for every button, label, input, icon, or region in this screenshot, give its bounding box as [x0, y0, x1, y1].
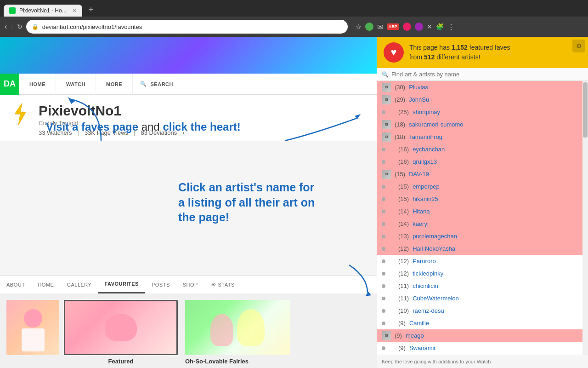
artist-name[interactable]: Hitana	[413, 208, 430, 215]
mail-icon[interactable]: ✉	[377, 23, 383, 31]
gallery-item-fairies[interactable]: Oh-So-Lovable Fairies	[185, 300, 290, 365]
scrollbar-thumb[interactable]	[583, 82, 588, 138]
artist-item[interactable]: 🖼(9) meago	[377, 329, 588, 342]
artist-rank: (12)	[398, 258, 409, 264]
artist-bullet	[382, 346, 385, 350]
artist-name[interactable]: emperpep	[413, 183, 440, 190]
menu-icon[interactable]: ⋮	[447, 23, 455, 31]
reload-button[interactable]: ↻	[17, 23, 23, 30]
artist-item[interactable]: 🖼(18) sakuramori-sumomo	[377, 118, 588, 131]
artist-name[interactable]: DAV-19	[409, 171, 429, 178]
sidebar-settings-button[interactable]: ⚙	[572, 40, 585, 52]
artist-item[interactable]: (9) Camille	[377, 317, 588, 329]
artist-name[interactable]: sakuramori-sumomo	[409, 121, 463, 128]
artist-bullet	[382, 297, 385, 300]
artist-name[interactable]: qrullgx13	[413, 158, 437, 165]
nav-watch[interactable]: WATCH	[56, 74, 96, 95]
star-icon[interactable]: ☆	[355, 23, 362, 31]
new-tab-button[interactable]: +	[84, 3, 98, 17]
artist-name[interactable]: Swanamii	[409, 345, 435, 351]
deviations-arrow[interactable]: ›	[182, 129, 184, 136]
tab-close-icon[interactable]: ✕	[72, 7, 77, 14]
ext-icon[interactable]: 🧩	[436, 23, 444, 30]
address-bar-row: ‹ › ↻ 🔒 deviantart.com/pixievoltno1/favo…	[0, 17, 588, 37]
artist-name[interactable]: Parororo	[413, 258, 436, 264]
sub-nav-about[interactable]: ABOUT	[0, 276, 31, 293]
artist-name[interactable]: Pluvias	[409, 84, 428, 91]
sub-nav-gallery[interactable]: GALLERY	[60, 276, 98, 293]
artist-bullet	[382, 284, 385, 288]
camera-ext-icon[interactable]	[415, 23, 423, 31]
sep2: |	[134, 129, 135, 136]
artist-name[interactable]: eychanchan	[413, 146, 445, 153]
artist-name[interactable]: purplemagechan	[413, 233, 457, 240]
circle-icon[interactable]	[365, 23, 373, 31]
artist-name[interactable]: kaeryi	[413, 220, 429, 227]
back-button[interactable]: ‹	[5, 23, 7, 31]
artist-avatar: 🖼	[382, 331, 391, 340]
heart-ext-icon[interactable]	[403, 23, 411, 31]
artist-item[interactable]: (9) Swanamii	[377, 342, 588, 354]
artist-name[interactable]: TamarinFrog	[409, 133, 442, 140]
artist-item[interactable]: (15) hikariin25	[377, 193, 588, 205]
artist-bullet	[382, 110, 385, 114]
artist-name[interactable]: hikariin25	[413, 196, 438, 202]
artist-item[interactable]: (15) emperpep	[377, 180, 588, 193]
artist-bullet	[382, 235, 385, 238]
x-ext-icon[interactable]: ✕	[427, 23, 432, 30]
artist-item[interactable]: (25) shortpinay	[377, 106, 588, 118]
artist-name[interactable]: CubeWatermelon	[413, 295, 459, 302]
address-bar[interactable]: 🔒 deviantart.com/pixievoltno1/favourites	[26, 20, 348, 34]
sidebar-search-input[interactable]	[391, 71, 583, 78]
adblock-icon[interactable]: ABP	[387, 23, 399, 30]
artist-item[interactable]: (12) Parororo	[377, 255, 588, 267]
artist-name[interactable]: Hail-NekoYasha	[413, 245, 455, 252]
nav-home[interactable]: HOME	[19, 74, 56, 95]
artist-rank: (14)	[398, 208, 409, 215]
nav-more[interactable]: MORE	[96, 74, 133, 95]
sub-nav-stats[interactable]: 👁 STATS	[204, 276, 241, 293]
artist-item[interactable]: (13) purplemagechan	[377, 230, 588, 242]
profile-name[interactable]: PixievoltNo1	[39, 103, 185, 119]
forward-button[interactable]: ›	[11, 23, 13, 31]
url-text[interactable]: deviantart.com/pixievoltno1/favourites	[42, 23, 142, 30]
artist-rank: (16)	[398, 146, 409, 153]
artist-rank: (30)	[395, 84, 405, 91]
artist-item[interactable]: (12) Hail-NekoYasha	[377, 242, 588, 255]
artist-rank: (18)	[395, 121, 405, 128]
settings-icon: ⚙	[576, 42, 582, 50]
gallery-item-left[interactable]	[6, 300, 59, 355]
artist-item[interactable]: (12) tickledpinky	[377, 267, 588, 280]
artist-item[interactable]: (9) tho-be	[377, 354, 588, 355]
artist-name[interactable]: raemz-desu	[413, 307, 444, 314]
artist-item[interactable]: 🖼(18) TamarinFrog	[377, 131, 588, 143]
artist-item[interactable]: (14) kaeryi	[377, 218, 588, 230]
sub-nav-posts[interactable]: POSTS	[145, 276, 176, 293]
scrollbar-track[interactable]	[582, 81, 588, 355]
artist-name[interactable]: tickledpinky	[413, 270, 443, 277]
sub-nav-home[interactable]: HOME	[31, 276, 60, 293]
artist-item[interactable]: (16) eychanchan	[377, 143, 588, 155]
sub-nav-favourites[interactable]: FAVOURITES	[98, 276, 145, 293]
sidebar-search-bar[interactable]: 🔍	[377, 68, 588, 81]
artist-name[interactable]: Camille	[409, 320, 429, 327]
artist-name[interactable]: shortpinay	[413, 109, 440, 115]
svg-marker-0	[15, 103, 26, 125]
artist-item[interactable]: 🖼(15) DAV-19	[377, 168, 588, 180]
sub-nav-shop[interactable]: SHOP	[176, 276, 204, 293]
artist-item[interactable]: (11) CubeWatermelon	[377, 292, 588, 305]
artist-item[interactable]: (16) qrullgx13	[377, 155, 588, 168]
artist-name[interactable]: meago	[406, 332, 424, 339]
artist-item[interactable]: 🖼(29) JohnSu	[377, 93, 588, 106]
artist-name[interactable]: chicinlicin	[413, 282, 438, 289]
profile-lightning	[9, 103, 31, 125]
artist-item[interactable]: (14) Hitana	[377, 205, 588, 218]
gallery-item-featured[interactable]: Featured	[64, 300, 178, 365]
artist-item[interactable]: 🖼(30) Pluvias	[377, 81, 588, 93]
artist-item[interactable]: (10) raemz-desu	[377, 305, 588, 317]
nav-search[interactable]: 🔍 SEARCH	[133, 74, 181, 95]
artist-item[interactable]: (11) chicinlicin	[377, 280, 588, 292]
active-tab[interactable]: PixievoltNo1 - Ho... ✕	[4, 5, 82, 17]
artist-rank: (11)	[398, 282, 409, 289]
artist-name[interactable]: JohnSu	[409, 96, 429, 103]
